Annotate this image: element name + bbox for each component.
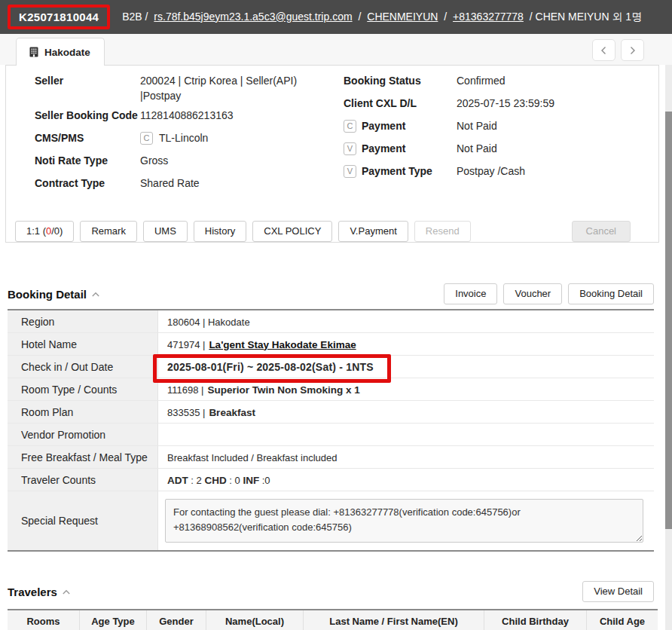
room-type-code: 111698 |: [167, 384, 203, 396]
booking-status-value: Confirmed: [457, 73, 506, 88]
cxl-policy-button[interactable]: CXL POLICY: [252, 221, 332, 242]
noti-rate-type-value: Gross: [140, 153, 168, 168]
breadcrumb-sep: /: [444, 11, 447, 23]
v-payment-label: Payment: [362, 141, 405, 156]
traveler-counts-label: Traveler Counts: [8, 469, 158, 491]
col-rooms: Rooms: [8, 610, 80, 630]
hotel-name-link[interactable]: La'gent Stay Hakodate Ekimae: [209, 339, 356, 350]
region-row: Region 180604 | Hakodate: [8, 310, 654, 333]
view-detail-button[interactable]: View Detail: [582, 581, 654, 602]
vendor-promotion-label: Vendor Promotion: [8, 424, 158, 445]
checkin-out-value: 2025-08-01(Fri) ~ 2025-08-02(Sat) - 1NTS: [167, 361, 374, 373]
special-request-textarea[interactable]: For contacting the guest please dial: +8…: [165, 499, 643, 543]
hotel-name-label: Hotel Name: [8, 333, 158, 355]
vertical-scrollbar-thumb[interactable]: [665, 112, 672, 529]
col-name-en: Last Name / First Name(EN): [304, 610, 484, 630]
v-payment-row: V Payment Not Paid: [344, 141, 645, 156]
v-payment-button[interactable]: V.Payment: [338, 221, 408, 242]
seller-booking-code-label: Seller Booking Code: [35, 108, 140, 123]
travelers-table: Rooms Age Type Gender Name(Local) Last N…: [8, 609, 658, 630]
next-tab-button[interactable]: [621, 39, 644, 61]
hotel-building-icon: [29, 47, 39, 57]
booking-summary-panel: Seller 200024 | Ctrip Korea | Seller(API…: [5, 65, 659, 243]
cms-pms-label: CMS/PMS: [35, 130, 140, 145]
c-badge: C: [344, 120, 356, 133]
seller-booking-code-row: Seller Booking Code 1128140886213163: [35, 108, 336, 123]
col-gender: Gender: [147, 610, 206, 630]
room-plan-row: Room Plan 833535 | Breakfast: [8, 401, 654, 424]
meal-type-value: Breakfast Included / Breakfast included: [158, 446, 654, 468]
tab-label: Hakodate: [44, 47, 90, 58]
v-payment-type-row: V Payment Type Postpay /Cash: [344, 164, 645, 179]
room-type-label: Room Type / Counts: [8, 378, 158, 400]
voucher-button[interactable]: Voucher: [503, 283, 562, 304]
v-payment-type-value: Postpay /Cash: [457, 164, 525, 179]
history-button[interactable]: History: [194, 221, 246, 242]
invoice-button[interactable]: Invoice: [444, 283, 497, 304]
client-cxl-row: Client CXL D/L 2025-07-15 23:59:59: [344, 96, 645, 111]
travelers-title: Travelers: [8, 586, 71, 598]
client-cxl-label: Client CXL D/L: [344, 96, 457, 111]
cancel-button[interactable]: Cancel: [572, 221, 631, 242]
resend-button[interactable]: Resend: [414, 221, 471, 242]
meal-type-row: Free Breakfast / Meal Type Breakfast Inc…: [8, 446, 654, 469]
booking-detail-header: Booking Detail Invoice Voucher Booking D…: [8, 283, 654, 304]
cms-pms-value: TL-Lincoln: [159, 130, 208, 145]
booking-detail-table: Region 180604 | Hakodate Hotel Name 4719…: [8, 309, 654, 552]
breadcrumb: B2B / rs.78f.b45j9eym23.1.a5c3@guest.tri…: [122, 11, 645, 24]
channel-badge: C: [140, 132, 153, 145]
collapse-travelers-icon[interactable]: [62, 589, 71, 595]
chd-label: CHD: [204, 475, 226, 486]
top-bar: K25071810044 B2B / rs.78f.b45j9eym23.1.a…: [0, 0, 672, 34]
guest-email-link[interactable]: rs.78f.b45j9eym23.1.a5c3@guest.trip.com: [154, 11, 352, 23]
travelers-table-header: Rooms Age Type Gender Name(Local) Last N…: [8, 610, 658, 630]
hotel-name-row: Hotel Name 471974 | La'gent Stay Hakodat…: [8, 333, 654, 356]
collapse-booking-detail-icon[interactable]: [91, 292, 100, 298]
special-request-row: Special Request For contacting the guest…: [8, 491, 654, 550]
special-request-label: Special Request: [8, 491, 158, 550]
tab-strip: Hakodate: [0, 34, 672, 65]
seller-info-column: Seller 200024 | Ctrip Korea | Seller(API…: [35, 73, 336, 198]
vendor-promotion-row: Vendor Promotion: [8, 424, 654, 446]
client-cxl-value: 2025-07-15 23:59:59: [457, 96, 554, 111]
ums-button[interactable]: UMS: [143, 221, 188, 242]
seller-value: 200024 | Ctrip Korea | Seller(API) |Post…: [140, 73, 330, 103]
hotel-code: 471974 |: [167, 339, 205, 350]
vertical-scrollbar-track[interactable]: [665, 65, 672, 630]
v-badge: V: [344, 142, 356, 155]
inf-label: INF: [243, 475, 259, 486]
cms-pms-row: CMS/PMS C TL-Lincoln: [35, 130, 336, 145]
seller-booking-code-value: 1128140886213163: [140, 108, 234, 123]
v-payment-value: Not Paid: [457, 141, 497, 156]
remark-button[interactable]: Remark: [80, 221, 137, 242]
checkin-out-label: Check in / Out Date: [8, 356, 158, 378]
room-plan-code: 833535 |: [167, 407, 205, 418]
status-info-column: Booking Status Confirmed Client CXL D/L …: [344, 73, 645, 186]
prev-tab-button[interactable]: [592, 39, 615, 61]
booking-detail-title: Booking Detail: [8, 288, 100, 301]
chevron-right-icon: [629, 46, 636, 55]
booking-detail-button[interactable]: Booking Detail: [568, 283, 654, 304]
c-payment-value: Not Paid: [457, 118, 497, 133]
breadcrumb-channel: B2B /: [122, 11, 148, 23]
adt-label: ADT: [167, 475, 188, 486]
room-type-row: Room Type / Counts 111698 | Superior Twi…: [8, 378, 654, 401]
col-age-type: Age Type: [80, 610, 147, 630]
action-button-row: 1:1 (0/0) Remark UMS History CXL POLICY …: [15, 221, 631, 242]
seller-label: Seller: [35, 73, 140, 88]
col-child-age: Child Age: [587, 610, 658, 630]
c-payment-row: C Payment Not Paid: [344, 118, 645, 133]
travelers-header: Travelers View Detail: [8, 581, 654, 602]
contract-type-row: Contract Type Shared Rate: [35, 176, 336, 191]
seller-row: Seller 200024 | Ctrip Korea | Seller(API…: [35, 73, 336, 103]
client-name-link[interactable]: CHENMEIYUN: [367, 11, 438, 23]
room-plan-label: Room Plan: [8, 401, 158, 423]
tab-hakodate[interactable]: Hakodate: [16, 38, 105, 66]
phone-link[interactable]: +81363277778: [453, 11, 524, 23]
vendor-promotion-value: [158, 424, 654, 445]
v-payment-type-label: Payment Type: [362, 164, 432, 179]
breadcrumb-sep: /: [358, 11, 361, 23]
noti-rate-type-row: Noti Rate Type Gross: [35, 153, 336, 168]
room-plan-value: Breakfast: [209, 407, 255, 418]
one-to-one-button[interactable]: 1:1 (0/0): [15, 221, 74, 242]
